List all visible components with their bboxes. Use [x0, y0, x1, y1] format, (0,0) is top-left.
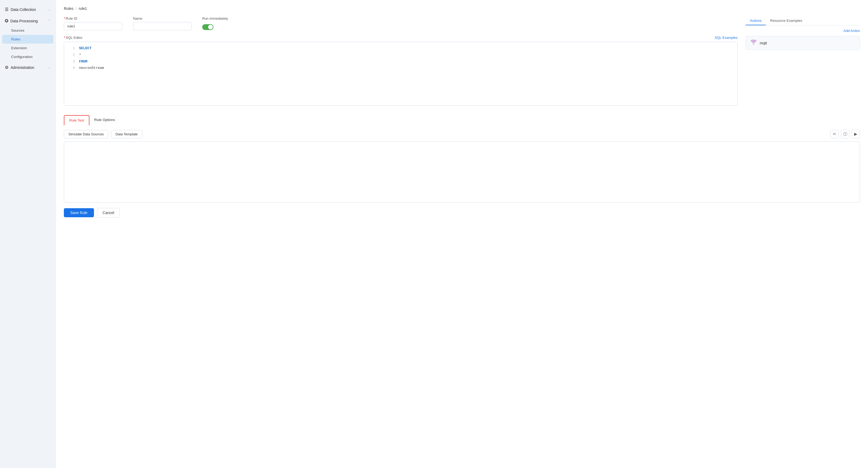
sim-icon-buttons: ✂ ⓘ ▶ — [830, 130, 860, 138]
sql-line-4: 4 neuronStream — [64, 65, 737, 71]
sql-line-3: 3 FROM — [64, 59, 737, 65]
run-immediately-field: Run immediately — [202, 16, 228, 30]
simulate-row: Simulate Data Sources Data Template ✂ ⓘ … — [64, 130, 860, 138]
rule-id-label: *Rule ID — [64, 16, 122, 21]
sidebar-section-administration: ⚙ Administration ⌄ — [0, 62, 56, 73]
tab-rule-options[interactable]: Rule Options — [89, 115, 120, 126]
content-left: *Rule ID Name Run immediately — [64, 16, 738, 113]
breadcrumb-parent[interactable]: Rules — [64, 6, 73, 11]
panel-tabs: Actions Resuorce Examples — [746, 16, 860, 26]
sidebar-section-data-processing: ✪ Data Processing ⌃ Sources Rules Extens… — [0, 16, 56, 61]
simulate-data-sources-button[interactable]: Simulate Data Sources — [64, 130, 108, 138]
clear-icon: ✂ — [833, 132, 836, 136]
save-rule-button[interactable]: Save Rule — [64, 208, 94, 217]
sql-line-2: 2 * — [64, 52, 737, 59]
name-label: Name — [133, 16, 192, 21]
administration-icon: ⚙ — [5, 65, 8, 70]
form-row: *Rule ID Name Run immediately — [64, 16, 738, 30]
main-content: Rules / rule1 *Rule ID Name Run immediat… — [56, 0, 868, 468]
mqtt-label: mqtt — [760, 41, 767, 45]
toggle-knob — [208, 25, 213, 30]
simulate-buttons: Simulate Data Sources Data Template — [64, 130, 142, 138]
info-icon: ⓘ — [843, 132, 847, 137]
sidebar-item-rules[interactable]: Rules — [2, 35, 54, 44]
data-collection-icon: ☰ — [5, 7, 8, 12]
sidebar-item-extension[interactable]: Extension — [0, 44, 56, 53]
mqtt-icon — [751, 40, 756, 46]
data-template-button[interactable]: Data Template — [111, 130, 142, 138]
breadcrumb-separator: / — [75, 6, 76, 11]
test-output-area — [64, 141, 860, 203]
sql-editor-label: *SQL Editor — [64, 36, 83, 40]
rule-id-field: *Rule ID — [64, 16, 122, 30]
run-icon-button[interactable]: ▶ — [851, 130, 860, 138]
sql-editor-box[interactable]: 1 SELECT 2 * 3 FROM 4 neuronStream — [64, 42, 738, 106]
sql-line-1: 1 SELECT — [64, 45, 737, 52]
sidebar-item-administration[interactable]: ⚙ Administration ⌄ — [0, 62, 56, 73]
data-processing-icon: ✪ — [5, 18, 8, 24]
run-icon: ▶ — [854, 132, 857, 136]
sidebar: ☰ Data Collection ⌄ ✪ Data Processing ⌃ … — [0, 0, 56, 468]
breadcrumb: Rules / rule1 — [64, 6, 860, 11]
name-input[interactable] — [133, 22, 192, 30]
bottom-section: Rule Test Rule Options Simulate Data Sou… — [64, 115, 860, 203]
breadcrumb-current: rule1 — [79, 6, 87, 11]
sql-table-name: neuronStream — [79, 65, 104, 71]
right-panel: Actions Resuorce Examples Add Action mqt… — [738, 16, 860, 113]
info-icon-button[interactable]: ⓘ — [841, 130, 849, 138]
rule-id-input[interactable] — [64, 22, 122, 30]
tab-resource-examples[interactable]: Resuorce Examples — [766, 16, 807, 25]
sql-examples-link[interactable]: SQL Examples — [715, 36, 738, 40]
sql-keyword-from: FROM — [79, 59, 87, 65]
tab-rule-test[interactable]: Rule Test — [64, 115, 89, 126]
cancel-button[interactable]: Cancel — [97, 208, 120, 218]
sql-label-row: *SQL Editor SQL Examples — [64, 36, 738, 40]
add-action-button[interactable]: Add Action — [843, 29, 860, 33]
sql-star: * — [79, 53, 81, 58]
run-immediately-toggle-container — [202, 22, 228, 30]
run-immediately-label: Run immediately — [202, 16, 228, 21]
chevron-down-icon-admin: ⌄ — [48, 66, 51, 69]
clear-icon-button[interactable]: ✂ — [830, 130, 839, 138]
chevron-down-icon: ⌄ — [48, 8, 51, 11]
sql-editor-section: *SQL Editor SQL Examples 1 SELECT 2 * 3 — [64, 36, 738, 106]
sidebar-item-data-processing[interactable]: ✪ Data Processing ⌃ — [0, 16, 56, 26]
sidebar-item-sources[interactable]: Sources — [0, 26, 56, 35]
tab-actions[interactable]: Actions — [746, 16, 766, 25]
name-field: Name — [133, 16, 192, 30]
sidebar-item-data-collection[interactable]: ☰ Data Collection ⌄ — [0, 4, 56, 14]
action-buttons: Save Rule Cancel — [64, 208, 860, 218]
content-upper: *Rule ID Name Run immediately — [64, 16, 860, 113]
sql-keyword-select: SELECT — [79, 46, 92, 51]
chevron-up-icon: ⌃ — [48, 19, 51, 23]
mqtt-card: mqtt — [746, 36, 860, 50]
run-immediately-toggle[interactable] — [202, 24, 213, 30]
bottom-tabs: Rule Test Rule Options — [64, 115, 860, 126]
sidebar-item-configuration[interactable]: Configuration — [0, 53, 56, 61]
sidebar-section-data-collection: ☰ Data Collection ⌄ — [0, 4, 56, 14]
